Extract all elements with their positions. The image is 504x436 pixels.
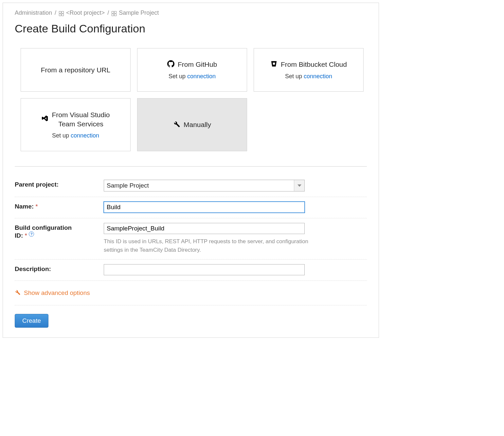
name-input[interactable] <box>104 202 305 213</box>
page-title: Create Build Configuration <box>15 22 367 35</box>
breadcrumb-root[interactable]: <Root project> <box>66 9 105 16</box>
card-label: From GitHub <box>178 61 217 68</box>
breadcrumb-sep: / <box>55 9 56 16</box>
card-bitbucket[interactable]: From Bitbucket Cloud Set up connection <box>254 48 364 92</box>
divider <box>15 166 367 167</box>
config-form: Parent project: Sample Project Name: * B… <box>15 175 367 281</box>
wrench-icon <box>173 120 180 129</box>
card-label: From a repository URL <box>41 66 110 74</box>
row-name: Name: * <box>15 197 367 218</box>
visual-studio-icon <box>41 115 48 124</box>
build-id-label: Build configuration ID: * ? <box>15 223 100 239</box>
name-label: Name: * <box>15 202 100 210</box>
card-github[interactable]: From GitHub Set up connection <box>137 48 247 92</box>
build-id-input[interactable] <box>104 223 305 234</box>
create-button[interactable]: Create <box>15 314 48 328</box>
wrench-icon <box>15 289 21 297</box>
bitbucket-icon <box>270 60 278 69</box>
help-icon[interactable]: ? <box>29 231 34 237</box>
project-icon <box>59 11 63 16</box>
parent-project-label: Parent project: <box>15 180 100 188</box>
card-label: Manually <box>184 121 211 129</box>
card-label-line2: Team Services <box>58 119 103 128</box>
description-input[interactable] <box>104 264 305 275</box>
chevron-down-icon <box>294 180 304 191</box>
build-id-help: This ID is used in URLs, REST API, HTTP … <box>104 237 323 254</box>
connection-link[interactable]: connection <box>187 73 216 80</box>
required-mark: * <box>35 203 38 210</box>
row-build-id: Build configuration ID: * ? This ID is u… <box>15 218 367 260</box>
description-label: Description: <box>15 264 100 273</box>
connection-link[interactable]: connection <box>71 132 99 139</box>
required-mark: * <box>25 232 27 239</box>
card-label: From Bitbucket Cloud <box>281 61 347 68</box>
connection-link[interactable]: connection <box>304 73 332 80</box>
source-cards: From a repository URL From GitHub Set up… <box>21 48 367 151</box>
row-description: Description: <box>15 260 367 281</box>
show-advanced-link[interactable]: Show advanced options <box>24 289 90 297</box>
parent-project-select[interactable]: Sample Project <box>104 180 305 191</box>
card-subtext: Set up connection <box>285 73 332 80</box>
card-manually[interactable]: Manually <box>137 98 247 151</box>
breadcrumb: Administration / <Root project> / Sample… <box>15 9 367 16</box>
card-subtext: Set up connection <box>169 73 216 80</box>
project-icon <box>112 11 116 16</box>
advanced-options-row: Show advanced options <box>15 281 367 305</box>
select-value: Sample Project <box>104 180 294 191</box>
card-repo-url[interactable]: From a repository URL <box>21 48 131 92</box>
breadcrumb-sep: / <box>107 9 109 16</box>
card-vsts[interactable]: From Visual Studio Team Services Set up … <box>21 98 131 151</box>
breadcrumb-project[interactable]: Sample Project <box>119 9 159 16</box>
row-parent-project: Parent project: Sample Project <box>15 175 367 197</box>
breadcrumb-admin[interactable]: Administration <box>15 9 52 16</box>
card-subtext: Set up connection <box>52 132 99 139</box>
github-icon <box>167 60 174 69</box>
card-label-line1: From Visual Studio <box>52 110 110 119</box>
